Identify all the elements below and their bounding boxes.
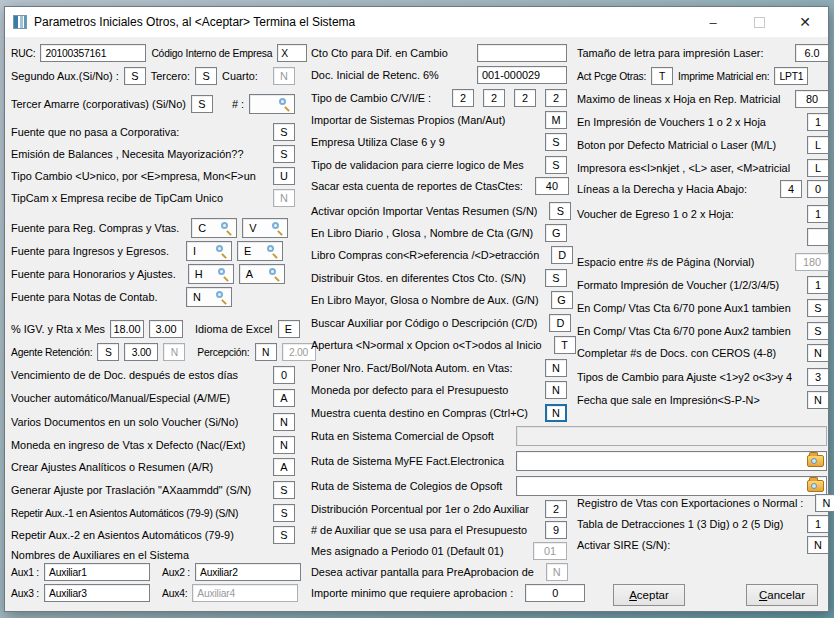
field-label: Nombres de Auxiliares en el Sistema	[11, 549, 189, 561]
value-box[interactable]: E	[278, 320, 300, 338]
param-row: Fuente para Notas de Contab.N	[11, 287, 295, 307]
value-box[interactable]: 1	[807, 113, 829, 131]
value-box[interactable]: N	[273, 413, 295, 431]
search-icon[interactable]	[215, 290, 229, 304]
value-box[interactable]: S	[191, 95, 213, 113]
value-box[interactable]: 3.00	[124, 343, 158, 361]
text-input[interactable]	[477, 44, 567, 62]
search-icon[interactable]	[215, 244, 229, 258]
value-box[interactable]: 80	[795, 90, 829, 108]
value-box[interactable]: S	[807, 322, 829, 340]
accept-button[interactable]: Aceptar	[613, 584, 685, 606]
value-box[interactable]: S	[273, 123, 295, 141]
value-box[interactable]: S	[273, 481, 295, 499]
lookup-field[interactable]	[249, 94, 295, 114]
value-box[interactable]: D	[549, 314, 571, 332]
value-box[interactable]: 1	[807, 205, 829, 223]
search-field[interactable]: N	[186, 287, 232, 307]
value-box[interactable]: T	[651, 67, 673, 85]
value-box[interactable]: 3.00	[149, 320, 183, 338]
value-box[interactable]: A	[273, 389, 295, 407]
search-icon[interactable]	[220, 221, 234, 235]
value-box[interactable]: N	[545, 359, 567, 377]
value-box[interactable]: N	[273, 436, 295, 454]
value-box[interactable]: S	[195, 67, 217, 85]
search-icon[interactable]	[271, 221, 285, 235]
value-box[interactable]	[807, 228, 829, 246]
field-label: Distribuir Gtos. en diferentes Ctos Cto.…	[311, 272, 526, 284]
value-box[interactable]: M	[545, 111, 567, 129]
value-box[interactable]: 2	[452, 89, 474, 107]
search-field[interactable]: V	[242, 218, 288, 238]
param-row: Tamaño de letra para impresión Laser:6.0	[577, 43, 829, 63]
value-box[interactable]: N	[807, 391, 829, 409]
search-icon[interactable]	[268, 267, 282, 281]
search-field[interactable]: A	[239, 264, 285, 284]
value-box[interactable]: 4	[780, 180, 802, 198]
value-box[interactable]: N	[255, 343, 277, 361]
minimize-button[interactable]: –	[690, 7, 736, 37]
value-box[interactable]: G	[551, 291, 573, 309]
search-field[interactable]: I	[186, 241, 232, 261]
value-box[interactable]: 2	[545, 89, 567, 107]
param-row: Apertura <N>ormal x Opcion o<T>odos al I…	[311, 335, 567, 355]
value-box[interactable]: U	[273, 167, 295, 185]
value-box[interactable]: 1	[807, 276, 829, 294]
value-box[interactable]: G	[545, 224, 567, 242]
text-input[interactable]: 001-000029	[477, 66, 567, 84]
title-bar[interactable]: Parametros Iniciales Otros, al <Aceptar>…	[5, 7, 828, 37]
value-box[interactable]: 2	[483, 89, 505, 107]
search-icon[interactable]	[266, 244, 280, 258]
value-box[interactable]: S	[545, 156, 567, 174]
value-box[interactable]: 0	[807, 180, 829, 198]
lookup-icon[interactable]	[278, 97, 292, 111]
close-button[interactable]: ✕	[782, 7, 828, 37]
value-box[interactable]: 0	[525, 584, 585, 602]
field-label: Repetir Aux.-2 en Asientos Automáticos (…	[11, 529, 234, 541]
path-input[interactable]	[516, 451, 827, 471]
value-box[interactable]: 6.0	[795, 44, 829, 62]
value-box[interactable]: S	[273, 145, 295, 163]
value-box[interactable]: S	[545, 133, 567, 151]
value-box[interactable]: 1	[807, 515, 829, 533]
text-input[interactable]: Auxiliar3	[44, 584, 150, 602]
folder-icon[interactable]	[807, 480, 824, 492]
field-label: Aux4:	[162, 588, 187, 599]
search-icon[interactable]	[217, 267, 231, 281]
value-box[interactable]: 9	[545, 521, 567, 539]
value-box[interactable]: S	[549, 202, 571, 220]
text-input[interactable]: Auxiliar2	[195, 563, 301, 581]
value-box[interactable]: D	[551, 246, 573, 264]
value-box[interactable]: S	[545, 269, 567, 287]
value-box[interactable]: 2	[514, 89, 536, 107]
value-box[interactable]: T	[554, 336, 576, 354]
value-box[interactable]: S	[273, 504, 295, 522]
value-box[interactable]: S	[807, 299, 829, 317]
search-field[interactable]: E	[237, 241, 283, 261]
value-box[interactable]: L	[807, 136, 829, 154]
value-box[interactable]: 0	[273, 366, 295, 384]
text-input[interactable]: Auxiliar1	[44, 563, 150, 581]
search-field[interactable]: H	[188, 264, 234, 284]
param-row: Generar Ajuste por Traslación "AXaammdd"…	[11, 480, 295, 500]
folder-icon[interactable]	[807, 455, 824, 467]
value-box[interactable]: 3	[807, 368, 829, 386]
value-box[interactable]: S	[124, 67, 146, 85]
value-box[interactable]: N	[815, 494, 834, 512]
value-box[interactable]: S	[97, 343, 119, 361]
search-field[interactable]: C	[191, 218, 237, 238]
value-box[interactable]: L	[807, 159, 829, 177]
value-box[interactable]: 40	[535, 177, 569, 195]
value-box[interactable]: N	[807, 536, 829, 554]
value-box[interactable]: 18.00	[110, 320, 144, 338]
value-box[interactable]: N	[545, 381, 567, 399]
text-input[interactable]: 20100357161	[40, 44, 146, 62]
value-box[interactable]: LPT1	[774, 67, 808, 85]
value-box[interactable]: S	[273, 526, 295, 544]
value-box[interactable]: N	[807, 344, 829, 362]
cancel-button[interactable]: Cancelar	[746, 584, 818, 606]
value-box[interactable]: X	[277, 44, 307, 62]
value-box[interactable]: A	[273, 458, 295, 476]
value-box[interactable]: 2	[545, 500, 567, 518]
value-box[interactable]: N	[545, 404, 567, 422]
